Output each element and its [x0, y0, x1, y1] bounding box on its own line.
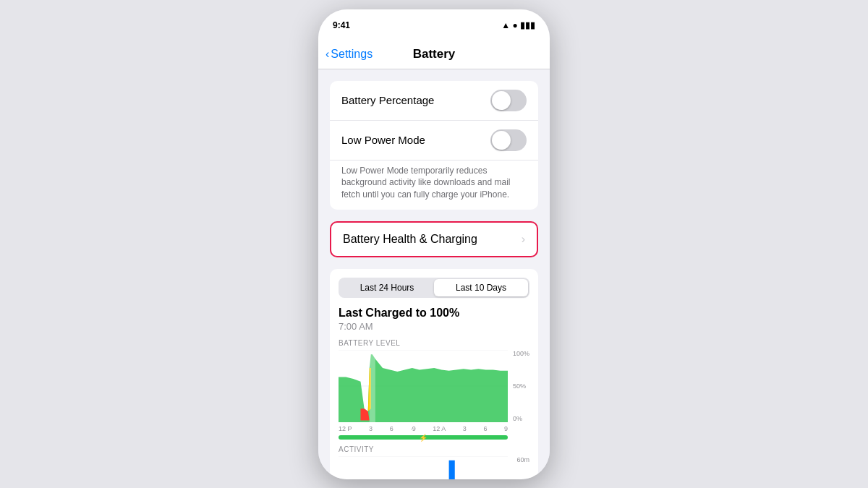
status-bar: 9:41 ▲ ● ▮▮▮ — [318, 9, 550, 41]
charge-info: Last Charged to 100% 7:00 AM — [339, 307, 529, 332]
low-power-mode-label: Low Power Mode — [341, 134, 425, 146]
nav-bar: ‹ Settings Battery — [318, 41, 550, 69]
low-power-mode-row[interactable]: Low Power Mode — [330, 121, 538, 160]
charge-time: 7:00 AM — [339, 321, 529, 332]
low-power-description: Low Power Mode temporarily reduces backg… — [330, 160, 538, 210]
health-row[interactable]: Battery Health & Charging › — [331, 223, 537, 256]
tab-10d[interactable]: Last 10 Days — [434, 279, 528, 296]
activity-label: ACTIVITY — [339, 445, 529, 453]
activity-y-labels: 60m 30m 0m — [516, 456, 529, 479]
battery-health-card[interactable]: Battery Health & Charging › — [330, 221, 538, 257]
status-icons: ▲ ● ▮▮▮ — [501, 20, 535, 30]
battery-level-label: BATTERY LEVEL — [339, 339, 529, 347]
time: 9:41 — [333, 20, 350, 30]
content-area: Battery Percentage Low Power Mode Low Po… — [318, 69, 550, 479]
battery-level-svg — [339, 350, 508, 422]
chevron-right-icon: › — [522, 233, 525, 246]
chart-y-labels: 100% 50% 0% — [513, 350, 529, 422]
page-title: Battery — [413, 47, 456, 61]
battery-percentage-toggle[interactable] — [490, 90, 527, 111]
activity-chart: 60m 30m 0m — [339, 456, 529, 479]
low-power-mode-toggle[interactable] — [490, 129, 527, 151]
svg-rect-21 — [449, 461, 455, 479]
battery-percentage-row[interactable]: Battery Percentage — [330, 81, 538, 121]
toggle-knob — [492, 91, 511, 110]
charging-icon: ⚡ — [419, 434, 427, 442]
battery-percentage-label: Battery Percentage — [341, 94, 434, 106]
charging-bar: ⚡ — [339, 435, 508, 440]
activity-svg — [339, 456, 508, 479]
back-button[interactable]: ‹ Settings — [326, 48, 373, 61]
charge-title: Last Charged to 100% — [339, 307, 529, 320]
tab-bar[interactable]: Last 24 Hours Last 10 Days — [339, 278, 529, 298]
battery-chart-card: Last 24 Hours Last 10 Days Last Charged … — [330, 269, 538, 479]
health-label: Battery Health & Charging — [343, 233, 477, 246]
tab-24h[interactable]: Last 24 Hours — [340, 279, 434, 296]
back-label[interactable]: Settings — [331, 48, 373, 61]
chart-x-labels: 12 P 3 6 ·9 12 A 3 6 9 — [339, 425, 529, 432]
svg-rect-3 — [370, 354, 375, 422]
battery-chart: 100% 50% 0% — [339, 350, 529, 422]
toggle-knob-2 — [492, 131, 511, 150]
battery-toggles-card: Battery Percentage Low Power Mode Low Po… — [330, 81, 538, 210]
chevron-left-icon: ‹ — [326, 48, 329, 61]
